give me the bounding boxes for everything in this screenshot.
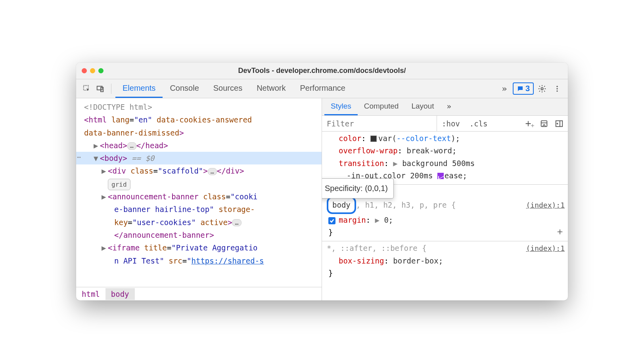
- dom-iframe[interactable]: ▶<iframe title="Private Aggregatio: [76, 241, 322, 254]
- dom-html-open[interactable]: <html lang="en" data-cookies-answered: [76, 113, 322, 126]
- tab-layout[interactable]: Layout: [405, 98, 440, 115]
- selector-line[interactable]: body, h1, h2, h3, p, pre { (index):1: [325, 197, 565, 214]
- dom-html-open-cont[interactable]: data-banner-dismissed>: [76, 126, 322, 139]
- tab-styles[interactable]: Styles: [324, 98, 358, 115]
- dom-iframe-2[interactable]: n API Test" src="https://shared-s: [76, 254, 322, 267]
- timing-function-icon[interactable]: [437, 173, 444, 179]
- minimize-window-button[interactable]: [90, 68, 95, 73]
- issues-badge[interactable]: 3: [513, 82, 534, 95]
- selected-handle-icon[interactable]: ⋯: [77, 152, 81, 162]
- source-link[interactable]: (index):1: [526, 243, 565, 254]
- tab-elements[interactable]: Elements: [115, 79, 163, 98]
- toolbar-separator: [111, 84, 111, 94]
- source-link[interactable]: (index):1: [526, 199, 565, 211]
- dom-doctype[interactable]: <!DOCTYPE html>: [76, 101, 322, 113]
- titlebar: DevTools - developer.chrome.com/docs/dev…: [76, 63, 568, 79]
- property-checkbox[interactable]: [328, 217, 335, 224]
- dom-grid-badge-line: grid: [76, 178, 322, 190]
- css-rule-inherited[interactable]: color: var(--color-text); overflow-wrap:…: [322, 132, 568, 185]
- computed-styles-icon[interactable]: [539, 118, 550, 129]
- close-window-button[interactable]: [82, 68, 87, 73]
- ellipsis-icon[interactable]: …: [208, 168, 217, 176]
- window-title: DevTools - developer.chrome.com/docs/dev…: [238, 67, 406, 75]
- specificity-tooltip: Specificity: (0,0,1): [322, 178, 394, 199]
- hov-toggle[interactable]: :hov: [437, 119, 465, 128]
- svg-point-3: [541, 88, 543, 90]
- styles-more-tabs-icon[interactable]: »: [440, 98, 457, 115]
- tab-sources[interactable]: Sources: [206, 79, 249, 98]
- add-property-icon[interactable]: ＋: [555, 224, 565, 240]
- settings-icon[interactable]: [535, 82, 549, 96]
- kebab-menu-icon[interactable]: [550, 82, 564, 96]
- styles-filter-input[interactable]: [322, 116, 437, 131]
- tab-console[interactable]: Console: [163, 79, 206, 98]
- dom-body-selected[interactable]: ⋯▼<body> == $0: [76, 152, 322, 164]
- svg-point-5: [556, 88, 558, 89]
- dom-announcement-banner[interactable]: ▶<announcement-banner class="cooki: [76, 190, 322, 203]
- dom-head[interactable]: ▶<head>…</head>: [76, 139, 322, 152]
- prop-margin[interactable]: margin: ▶ 0;: [325, 214, 565, 226]
- dom-announcement-banner-2[interactable]: e-banner hairline-top" storage-: [76, 203, 322, 216]
- dom-tree[interactable]: <!DOCTYPE html> <html lang="en" data-coo…: [76, 98, 322, 287]
- styles-tabs: Styles Computed Layout »: [322, 98, 568, 116]
- dom-div-scaffold[interactable]: ▶<div class="scaffold">…</div>: [76, 164, 322, 177]
- breadcrumb: html body: [76, 287, 322, 300]
- styles-pane: Styles Computed Layout » :hov .cls color…: [322, 98, 568, 300]
- prop-box-sizing[interactable]: box-sizing: border-box;: [325, 255, 565, 267]
- prop-transition[interactable]: transition: ▶ background 500ms: [325, 157, 565, 170]
- svg-rect-7: [541, 120, 547, 126]
- toolbar-right: » 3: [498, 82, 564, 96]
- cls-toggle[interactable]: .cls: [465, 119, 493, 128]
- device-toolbar-icon[interactable]: [94, 82, 107, 96]
- svg-point-6: [556, 90, 558, 92]
- css-rule-star[interactable]: *, ::after, ::before { (index):1 box-siz…: [322, 241, 568, 282]
- content-area: <!DOCTYPE html> <html lang="en" data-coo…: [76, 98, 568, 300]
- maximize-window-button[interactable]: [98, 68, 104, 73]
- selector-line-star[interactable]: *, ::after, ::before { (index):1: [325, 242, 565, 254]
- prop-overflow-wrap[interactable]: overflow-wrap: break-word;: [325, 145, 565, 157]
- rule-close: }: [325, 226, 565, 239]
- issues-count: 3: [525, 84, 530, 93]
- main-toolbar: Elements Console Sources Network Perform…: [76, 79, 568, 98]
- main-tabs: Elements Console Sources Network Perform…: [115, 79, 498, 98]
- ellipsis-icon[interactable]: …: [232, 219, 241, 227]
- elements-pane: <!DOCTYPE html> <html lang="en" data-coo…: [76, 98, 322, 300]
- color-swatch-icon[interactable]: [370, 136, 377, 142]
- svg-rect-1: [97, 86, 102, 90]
- prop-color[interactable]: color: var(--color-text);: [325, 132, 565, 145]
- inspect-element-icon[interactable]: [80, 82, 94, 96]
- tab-network[interactable]: Network: [249, 79, 293, 98]
- new-style-rule-icon[interactable]: [523, 118, 535, 129]
- traffic-lights: [82, 68, 104, 73]
- svg-point-4: [556, 86, 558, 87]
- more-tabs-icon[interactable]: »: [498, 82, 511, 96]
- styles-filter-bar: :hov .cls: [322, 116, 568, 132]
- breadcrumb-body[interactable]: body: [105, 288, 135, 300]
- selector-body-highlight: body: [327, 197, 356, 214]
- breadcrumb-html[interactable]: html: [76, 288, 105, 300]
- dom-announcement-banner-3[interactable]: key="user-cookies" active>…: [76, 216, 322, 229]
- rule-close: }: [325, 267, 565, 279]
- styles-body: color: var(--color-text); overflow-wrap:…: [322, 132, 568, 300]
- ellipsis-icon[interactable]: …: [127, 142, 136, 150]
- grid-badge[interactable]: grid: [108, 179, 130, 190]
- toggle-sidebar-icon[interactable]: [554, 118, 565, 129]
- devtools-window: DevTools - developer.chrome.com/docs/dev…: [76, 63, 568, 300]
- tab-computed[interactable]: Computed: [358, 98, 405, 115]
- dom-announcement-banner-close[interactable]: </announcement-banner>: [76, 229, 322, 241]
- tab-performance[interactable]: Performance: [293, 79, 353, 98]
